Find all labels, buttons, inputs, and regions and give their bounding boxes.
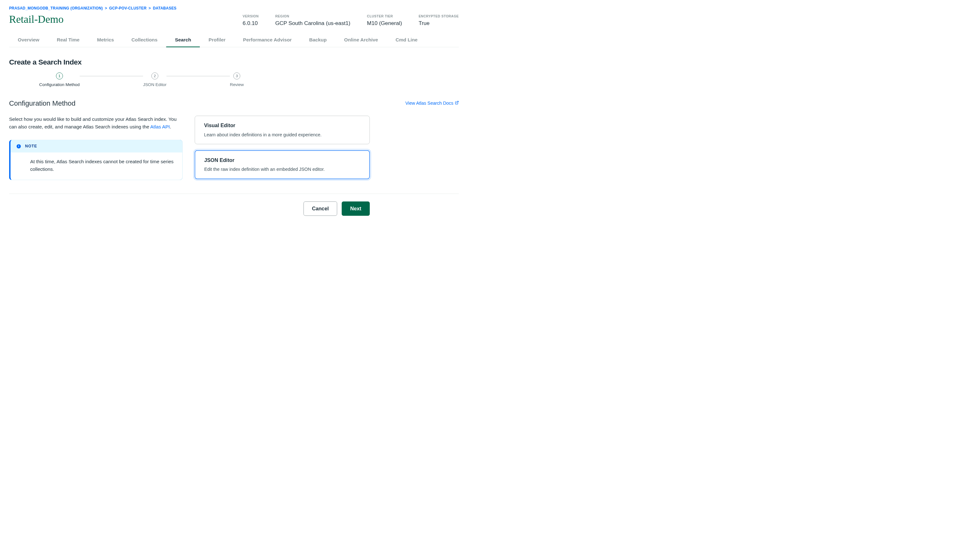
step-circle: 1 [56, 72, 63, 80]
view-docs-label: View Atlas Search Docs [405, 100, 453, 106]
note-label: NOTE [25, 144, 37, 149]
meta-region-value: GCP South Carolina (us-east1) [275, 20, 351, 26]
tab-performance-advisor[interactable]: Performance Advisor [234, 33, 300, 47]
cluster-title: Retail-Demo [9, 13, 64, 25]
note-callout: i NOTE At this time, Atlas Search indexe… [9, 140, 183, 180]
step-2: 2JSON Editor [143, 72, 166, 87]
tab-real-time[interactable]: Real Time [48, 33, 88, 47]
cluster-meta: VERSION 6.0.10 REGION GCP South Carolina… [243, 13, 459, 27]
option-desc: Edit the raw index definition with an em… [204, 167, 360, 172]
step-label: Review [230, 82, 244, 87]
tab-metrics[interactable]: Metrics [88, 33, 123, 47]
meta-tier-label: CLUSTER TIER [367, 14, 402, 18]
meta-version-label: VERSION [243, 14, 259, 18]
breadcrumb-project[interactable]: GCP-POV-CLUSTER [109, 6, 146, 10]
breadcrumb: PRASAD_MONGODB_TRAINING (ORGANIZATION) >… [9, 6, 459, 10]
tab-online-archive[interactable]: Online Archive [336, 33, 387, 47]
tab-bar: OverviewReal TimeMetricsCollectionsSearc… [9, 33, 459, 47]
config-description: Select how you would like to build and c… [9, 116, 183, 131]
meta-version-value: 6.0.10 [243, 20, 259, 26]
meta-encrypted-label: ENCRYPTED STORAGE [418, 14, 459, 18]
step-connector [167, 76, 230, 76]
step-circle: 2 [151, 72, 158, 80]
step-label: JSON Editor [143, 82, 166, 87]
breadcrumb-section[interactable]: DATABASES [153, 6, 177, 10]
atlas-api-link[interactable]: Atlas API [150, 124, 170, 129]
tab-backup[interactable]: Backup [300, 33, 336, 47]
info-icon: i [17, 144, 21, 148]
meta-tier-value: M10 (General) [367, 20, 402, 26]
option-title: JSON Editor [204, 157, 360, 163]
step-label: Configuration Method [39, 82, 80, 87]
external-link-icon [455, 100, 459, 106]
option-visual-editor[interactable]: Visual EditorLearn about index definitio… [195, 116, 370, 144]
step-connector [80, 76, 143, 76]
stepper: 1Configuration Method2JSON Editor3Review [9, 72, 459, 87]
cancel-button[interactable]: Cancel [304, 201, 337, 216]
tab-overview[interactable]: Overview [9, 33, 48, 47]
option-json-editor[interactable]: JSON EditorEdit the raw index definition… [195, 150, 370, 179]
option-title: Visual Editor [204, 123, 360, 129]
tab-collections[interactable]: Collections [123, 33, 166, 47]
meta-region-label: REGION [275, 14, 351, 18]
footer-actions: Cancel Next [9, 194, 370, 223]
svg-line-0 [457, 101, 458, 103]
tab-search[interactable]: Search [166, 33, 200, 47]
step-circle: 3 [233, 72, 240, 80]
tab-cmd-line[interactable]: Cmd Line [387, 33, 426, 47]
config-title: Configuration Method [9, 99, 76, 107]
view-docs-link[interactable]: View Atlas Search Docs [405, 100, 459, 106]
next-button[interactable]: Next [342, 201, 370, 216]
page-heading: Create a Search Index [9, 58, 459, 66]
option-desc: Learn about index definitions in a more … [204, 132, 360, 137]
step-1: 1Configuration Method [39, 72, 80, 87]
meta-encrypted-value: True [418, 20, 459, 26]
tab-profiler[interactable]: Profiler [200, 33, 234, 47]
step-3: 3Review [230, 72, 244, 87]
breadcrumb-org[interactable]: PRASAD_MONGODB_TRAINING (ORGANIZATION) [9, 6, 103, 10]
note-body: At this time, Atlas Search indexes canno… [10, 153, 182, 180]
